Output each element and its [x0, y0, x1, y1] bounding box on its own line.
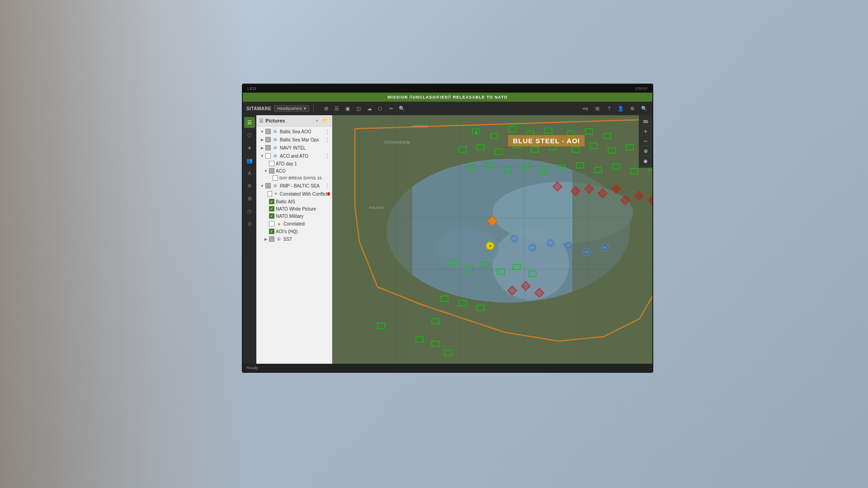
list-item[interactable]: ✓ AOI's (HQ) — [256, 228, 332, 235]
expand-icon[interactable]: ▶ — [260, 145, 264, 150]
list-item[interactable]: ✓ NATO Military — [256, 212, 332, 220]
sidebar-icon-grid[interactable]: ⊞ — [244, 193, 255, 204]
list-item[interactable]: ▼ ⊞ ACO and ATO ⋮ — [256, 152, 332, 160]
list-item[interactable]: ✓ NATO White Picture — [256, 205, 332, 212]
map-area[interactable]: ⚓ — [332, 115, 652, 372]
tree-checkbox[interactable] — [265, 153, 271, 159]
toolbar-table-icon[interactable]: ▣ — [343, 104, 352, 113]
sidebar-icon-tools[interactable]: ⚙ — [244, 180, 255, 191]
folder-layer-btn[interactable]: 📁 — [322, 117, 329, 124]
toolbar-help-icon[interactable]: ? — [604, 104, 613, 113]
toolbar-search-right-icon[interactable]: 🔍 — [640, 104, 649, 113]
tree-checkbox[interactable] — [265, 129, 271, 134]
list-item[interactable]: ▶ ⊞ NAVY INTEL — [256, 144, 332, 152]
sidebar-icon-map[interactable]: ⬡ — [244, 130, 255, 141]
svg-text:FF: FF — [531, 246, 535, 249]
toolbar-user-icon[interactable]: 👤 — [616, 104, 625, 113]
tree-checkbox[interactable] — [265, 145, 271, 150]
toolbar-separator-1 — [313, 104, 314, 113]
expand-icon[interactable]: ▼ — [260, 154, 264, 158]
expand-icon — [264, 199, 268, 204]
list-item[interactable]: ▼ ⊞ RMP - BALTIC SEA ⋮ — [256, 182, 332, 190]
dropdown-label: Headquarters — [277, 106, 302, 111]
sidebar-icon-print[interactable]: ⎙ — [244, 218, 255, 229]
layer-tree: ▼ ⊞ Baltic Sea AOO ⋮ ▶ ⊞ Baltic Sea Mar … — [256, 127, 332, 372]
tree-checkbox[interactable] — [269, 221, 274, 226]
sidebar-icon-users[interactable]: 👥 — [244, 155, 255, 166]
tree-checkbox[interactable] — [265, 183, 271, 188]
tree-checkbox[interactable]: ✓ — [269, 199, 274, 204]
tree-item-label: NATO Military — [276, 214, 303, 219]
sidebar-icon-text[interactable]: A — [244, 168, 255, 178]
expand-icon[interactable]: ▶ — [260, 137, 264, 142]
zoom-out-btn[interactable]: − — [640, 137, 651, 146]
sidebar-icon-layers[interactable]: ☰ — [244, 117, 255, 128]
svg-text:★: ★ — [489, 244, 492, 248]
map-background-svg: ⚓ — [332, 115, 652, 372]
more-options-icon[interactable]: ⋮ — [325, 183, 330, 189]
map-label-uppsala: UPPSALA — [411, 124, 428, 128]
toolbar-layers-icon[interactable]: ⊞ — [593, 104, 602, 113]
expand-icon[interactable]: ▼ — [260, 183, 264, 188]
toolbar-grid-icon[interactable]: ⊞ — [321, 104, 330, 113]
tree-checkbox[interactable] — [268, 191, 272, 197]
list-item[interactable]: ● Correlated — [256, 220, 332, 228]
layer-type-icon: ⊞ — [272, 128, 278, 135]
tree-checkbox[interactable] — [269, 168, 274, 174]
monitor-frame: LED E960P MISSION //UNCLASSIFIED// RELEA… — [242, 84, 653, 373]
list-item[interactable]: ▶ ⊞ SS7 — [256, 235, 332, 243]
more-options-icon[interactable]: ⋮ — [325, 153, 330, 159]
tree-checkbox[interactable]: ✓ — [269, 206, 274, 211]
led-label: LED — [247, 86, 257, 91]
sidebar-icon-clock[interactable]: ◷ — [244, 206, 255, 216]
tree-item-label: SS7 — [283, 237, 292, 242]
expand-icon[interactable]: ▼ — [264, 169, 268, 173]
toolbar-search-icon[interactable]: 🔍 — [397, 104, 406, 113]
ss7-layer-icon: ⊞ — [276, 236, 282, 242]
svg-text:FF: FF — [549, 242, 553, 245]
tree-item-label: DAY BREAK DAY01 15 — [279, 176, 322, 180]
tree-checkbox[interactable] — [269, 161, 274, 166]
add-layer-btn[interactable]: + — [313, 117, 321, 124]
tree-checkbox[interactable] — [265, 137, 271, 142]
toolbar-settings-icon[interactable]: ⚙ — [628, 104, 637, 113]
3d-toggle-btn[interactable]: 3D — [640, 117, 651, 126]
list-item[interactable]: ▼ ACO — [256, 167, 332, 174]
toolbar-list-icon[interactable]: ☰ — [332, 104, 341, 113]
toolbar-hq-icon[interactable]: HQ — [581, 104, 590, 113]
aoi-label: BLUE STEEL - AOI — [508, 135, 585, 146]
headquarters-dropdown[interactable]: Headquarters ▾ — [274, 105, 309, 112]
tree-item-label: AOI's (HQ) — [276, 229, 298, 234]
north-up-btn[interactable]: ◉ — [640, 157, 651, 166]
sidebar-icon-star[interactable]: ★ — [244, 142, 255, 153]
list-item[interactable]: ATO day 1 — [256, 160, 332, 167]
tree-checkbox[interactable] — [269, 236, 274, 242]
map-label-kalmar: KALMAR — [369, 206, 384, 210]
list-item[interactable]: DAY BREAK DAY01 15 — [256, 174, 332, 182]
expand-icon[interactable]: ▼ — [260, 129, 264, 134]
svg-text:FF: FF — [603, 246, 607, 249]
map-zoom-controls: 3D + − ⊕ ◉ — [639, 115, 652, 168]
reset-view-btn[interactable]: ⊕ — [640, 147, 651, 156]
list-item[interactable]: ✓ Baltic AIS — [256, 198, 332, 205]
more-options-icon[interactable]: ⋮ — [325, 128, 330, 135]
tree-checkbox[interactable]: ✓ — [269, 213, 274, 219]
more-options-icon[interactable]: ⋮ — [325, 136, 330, 143]
tree-checkbox[interactable] — [273, 175, 278, 181]
toolbar-panel-icon[interactable]: ◫ — [354, 104, 363, 113]
zoom-in-btn[interactable]: + — [640, 127, 651, 136]
tree-checkbox[interactable]: ✓ — [269, 229, 274, 234]
layer-panel-actions: + 📁 — [313, 117, 329, 124]
map-label-stockholm: STOCKHOLM — [384, 140, 410, 145]
toolbar-hex-icon[interactable]: ⬡ — [376, 104, 385, 113]
toolbar-pencil-icon[interactable]: ✏ — [387, 104, 396, 113]
list-item[interactable]: ▼ ⊞ Baltic Sea AOO ⋮ — [256, 127, 332, 136]
expand-icon — [264, 206, 268, 211]
layer-type-icon: ⊞ — [272, 145, 278, 151]
expand-icon[interactable] — [264, 161, 268, 166]
list-item[interactable]: ▶ ⊞ Baltic Sea Mar Ops ⋮ — [256, 136, 332, 144]
list-item[interactable]: ▼ Correlated With Conflict — [256, 190, 332, 198]
expand-icon[interactable]: ▶ — [264, 237, 268, 241]
tree-item-label: NAVY INTEL — [280, 145, 306, 150]
toolbar-cloud-icon[interactable]: ☁ — [365, 104, 374, 113]
